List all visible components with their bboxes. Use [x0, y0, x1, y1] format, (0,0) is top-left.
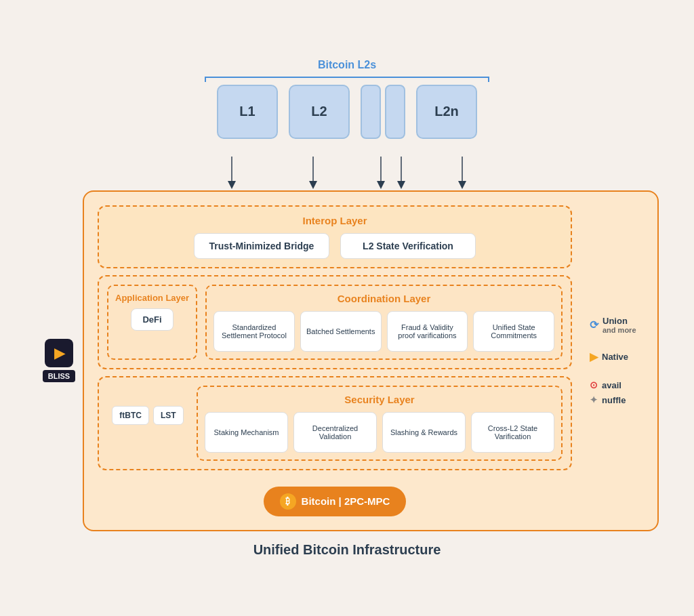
l2-arrows-svg: [178, 157, 516, 190]
native-label: Native: [602, 352, 628, 362]
slashing-rewards: Slashing & Rewards: [382, 412, 466, 453]
coordination-layer: Coordination Layer Standardized Settleme…: [205, 285, 563, 360]
batched-settlements: Batched Settlements: [300, 311, 382, 352]
bliss-section: ▶ BLISS: [35, 190, 83, 531]
bitcoin-badge: ₿ Bitcoin | 2PC-MPC: [264, 487, 407, 516]
interop-layer-title: Interop Layer: [107, 215, 563, 226]
bitcoin-l2s-label: Bitcoin L2s: [318, 59, 376, 71]
partners-section: ⟳ Union and more ▶ Native ⊙ avail: [583, 205, 644, 516]
union-sublabel: and more: [603, 326, 636, 334]
l2-state-verification: L2 State Verification: [340, 233, 476, 259]
trust-minimized-bridge: Trust-Minimized Bridge: [194, 233, 329, 259]
ftbtc-box: ftBTC: [112, 406, 149, 425]
security-layer-title: Security Layer: [205, 394, 554, 405]
partner-avail-nuffle: ⊙ avail ✦ nuffle: [590, 379, 644, 405]
decentralized-validation: Decentralized Validation: [293, 412, 377, 453]
unified-commitments: Unified State Commitments: [473, 311, 554, 352]
app-layer-title: Application Layer: [115, 293, 189, 303]
security-boxes: Staking Mechanism Decentralized Validati…: [205, 412, 554, 453]
bitcoin-icon: ₿: [280, 493, 296, 510]
tokens-row: ftBTC LST: [112, 406, 183, 425]
partner-nuffle: ✦ nuffle: [590, 394, 644, 405]
middle-section: Application Layer DeFi Coordination Laye…: [98, 275, 572, 369]
l2-box: L2: [289, 85, 350, 139]
defi-box: DeFi: [131, 308, 173, 331]
partner-native: ▶ Native: [590, 350, 644, 363]
staking-mechanism: Staking Mechanism: [205, 412, 288, 453]
standardized-settlement: Standardized Settlement Protocol: [213, 311, 295, 352]
l2-dots: [361, 85, 405, 139]
coord-layer-title: Coordination Layer: [213, 293, 554, 304]
fraud-validity: Fraud & Validity proof varifications: [387, 311, 468, 352]
interop-layer: Interop Layer Trust-Minimized Bridge L2 …: [98, 205, 572, 268]
partner-avail: ⊙ avail: [590, 379, 644, 390]
l2-small-2: [385, 85, 405, 139]
l1-box: L1: [217, 85, 278, 139]
partner-union: ⟳ Union and more: [590, 316, 644, 334]
main-container: Bitcoin L2s L1 L2 L2n: [22, 45, 672, 571]
l2-small-1: [361, 85, 381, 139]
bliss-label: BLISS: [43, 370, 75, 382]
inner-content: Interop Layer Trust-Minimized Bridge L2 …: [98, 205, 572, 516]
nuffle-label: nuffle: [602, 395, 626, 405]
security-layer: Security Layer Staking Mechanism Decentr…: [197, 386, 563, 461]
bitcoin-badge-row: ₿ Bitcoin | 2PC-MPC: [98, 487, 572, 516]
application-layer: Application Layer DeFi: [107, 285, 197, 360]
l2-boxes-row: L1 L2 L2n: [217, 85, 477, 139]
interop-boxes: Trust-Minimized Bridge L2 State Verifica…: [107, 233, 563, 259]
bitcoin-l2s-section: Bitcoin L2s L1 L2 L2n: [35, 59, 659, 150]
l2n-box: L2n: [416, 85, 477, 139]
union-label: Union: [603, 316, 636, 326]
avail-label: avail: [602, 380, 621, 390]
infrastructure-box: Interop Layer Trust-Minimized Bridge L2 …: [83, 190, 659, 531]
lst-box: LST: [153, 406, 184, 425]
bottom-section: ftBTC LST Security Layer Staking Mechani…: [98, 376, 572, 470]
cross-l2-verification: Cross-L2 State Varification: [471, 412, 554, 453]
footer-title: Unified Bitcoin Infrastructure: [35, 542, 659, 558]
bitcoin-badge-label: Bitcoin | 2PC-MPC: [302, 495, 390, 507]
tokens-section: ftBTC LST: [107, 386, 188, 425]
coord-boxes: Standardized Settlement Protocol Batched…: [213, 311, 554, 352]
